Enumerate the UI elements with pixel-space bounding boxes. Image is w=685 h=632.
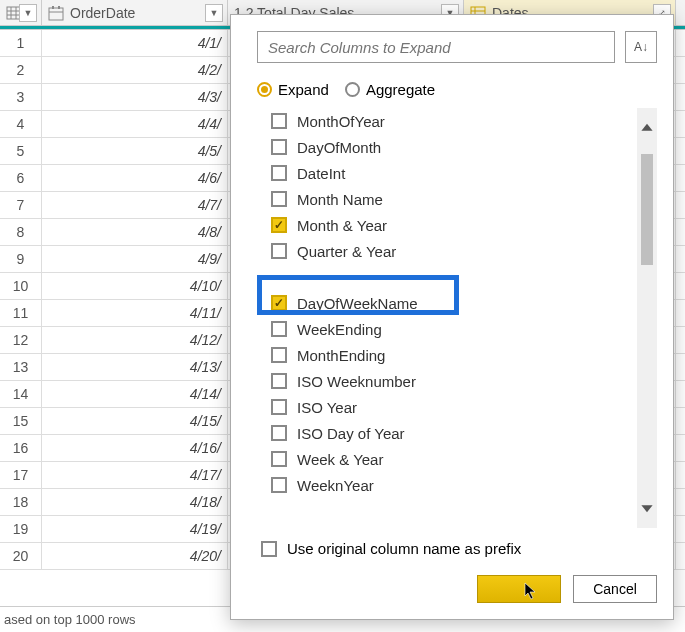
row-number: 13 (0, 354, 42, 380)
row-number: 7 (0, 192, 42, 218)
use-prefix-checkbox[interactable]: Use original column name as prefix (261, 540, 657, 557)
column-option-label: WeekEnding (297, 321, 382, 338)
row-number: 4 (0, 111, 42, 137)
scroll-thumb[interactable] (641, 154, 653, 265)
row-number: 8 (0, 219, 42, 245)
radio-aggregate[interactable]: Aggregate (345, 81, 435, 98)
button-label: Cancel (593, 581, 637, 597)
sort-az-icon: A↓ (634, 40, 648, 54)
column-option-label: DateInt (297, 165, 345, 182)
cell-orderdate[interactable]: 4/16/ (42, 435, 228, 461)
cell-orderdate[interactable]: 4/1/ (42, 30, 228, 56)
cancel-button[interactable]: Cancel (573, 575, 657, 603)
column-option[interactable]: ISO Weeknumber (271, 368, 637, 394)
checkbox-icon (271, 373, 287, 389)
column-option[interactable]: WeekEnding (271, 316, 637, 342)
cell-orderdate[interactable]: 4/11/ (42, 300, 228, 326)
column-option-label: Quarter & Year (297, 243, 396, 260)
cell-orderdate[interactable]: 4/9/ (42, 246, 228, 272)
column-option-label: Month & Year (297, 217, 387, 234)
column-option-label: Month Name (297, 191, 383, 208)
radio-label: Expand (278, 81, 329, 98)
column-option-label: DayOfMonth (297, 139, 381, 156)
column-option[interactable]: DateInt (271, 160, 637, 186)
scroll-down-icon[interactable] (637, 488, 657, 528)
column-option-label: DayOfWeekName (297, 295, 418, 312)
column-option[interactable]: MonthOfYear (271, 108, 637, 134)
column-option[interactable]: WeeknYear (271, 472, 637, 498)
column-label: OrderDate (70, 5, 135, 21)
cell-orderdate[interactable]: 4/3/ (42, 84, 228, 110)
column-option[interactable]: ISO Day of Year (271, 420, 637, 446)
radio-icon (345, 82, 360, 97)
row-number: 20 (0, 543, 42, 569)
chevron-down-icon[interactable]: ▼ (205, 4, 223, 22)
checkbox-icon (271, 477, 287, 493)
column-option[interactable]: Week & Year (271, 446, 637, 472)
cell-orderdate[interactable]: 4/12/ (42, 327, 228, 353)
column-option[interactable]: Quarter & Year (271, 238, 637, 264)
scrollbar[interactable] (637, 108, 657, 528)
checkbox-icon (271, 425, 287, 441)
row-number: 10 (0, 273, 42, 299)
checkbox-icon (271, 399, 287, 415)
column-option[interactable]: ✓DayOfWeekName (271, 290, 637, 316)
status-text: ased on top 1000 rows (4, 612, 136, 627)
cell-orderdate[interactable]: 4/17/ (42, 462, 228, 488)
column-option-label: MonthEnding (297, 347, 385, 364)
chevron-down-icon[interactable]: ▼ (19, 4, 37, 22)
scroll-up-icon[interactable] (637, 108, 657, 148)
column-option-label: Week & Year (297, 451, 383, 468)
search-input[interactable] (257, 31, 615, 63)
cell-orderdate[interactable]: 4/15/ (42, 408, 228, 434)
checkbox-icon (271, 243, 287, 259)
cell-orderdate[interactable]: 4/19/ (42, 516, 228, 542)
cell-orderdate[interactable]: 4/2/ (42, 57, 228, 83)
checkbox-icon (271, 139, 287, 155)
row-number: 19 (0, 516, 42, 542)
cell-orderdate[interactable]: 4/18/ (42, 489, 228, 515)
row-number: 9 (0, 246, 42, 272)
column-option[interactable]: DayOfMonth (271, 134, 637, 160)
column-option[interactable]: Month Name (271, 186, 637, 212)
row-number: 11 (0, 300, 42, 326)
row-number: 14 (0, 381, 42, 407)
row-header-corner[interactable]: ▼ (0, 0, 42, 25)
checkbox-icon (271, 347, 287, 363)
cell-orderdate[interactable]: 4/14/ (42, 381, 228, 407)
cell-orderdate[interactable]: 4/4/ (42, 111, 228, 137)
row-number: 18 (0, 489, 42, 515)
sort-button[interactable]: A↓ (625, 31, 657, 63)
row-number: 16 (0, 435, 42, 461)
radio-icon (257, 82, 272, 97)
prefix-label: Use original column name as prefix (287, 540, 521, 557)
column-option[interactable]: MonthEnding (271, 342, 637, 368)
radio-label: Aggregate (366, 81, 435, 98)
row-number: 6 (0, 165, 42, 191)
checkbox-icon: ✓ (271, 217, 287, 233)
cell-orderdate[interactable]: 4/8/ (42, 219, 228, 245)
svg-rect-8 (58, 6, 60, 9)
column-option-label: ISO Year (297, 399, 357, 416)
row-number: 5 (0, 138, 42, 164)
cell-orderdate[interactable]: 4/10/ (42, 273, 228, 299)
cell-orderdate[interactable]: 4/20/ (42, 543, 228, 569)
checkbox-icon (271, 451, 287, 467)
column-header-orderdate[interactable]: OrderDate ▼ (42, 0, 228, 25)
cell-orderdate[interactable]: 4/6/ (42, 165, 228, 191)
radio-expand[interactable]: Expand (257, 81, 329, 98)
row-number: 12 (0, 327, 42, 353)
svg-rect-7 (52, 6, 54, 9)
column-option-label: WeeknYear (297, 477, 374, 494)
cell-orderdate[interactable]: 4/5/ (42, 138, 228, 164)
svg-rect-5 (49, 8, 63, 20)
row-number: 3 (0, 84, 42, 110)
column-option-label: ISO Day of Year (297, 425, 405, 442)
ok-button[interactable]: OK (477, 575, 561, 603)
column-option[interactable]: ✓Month & Year (271, 212, 637, 238)
cell-orderdate[interactable]: 4/7/ (42, 192, 228, 218)
date-icon (48, 5, 64, 21)
checkbox-icon (271, 321, 287, 337)
column-option[interactable]: ISO Year (271, 394, 637, 420)
cell-orderdate[interactable]: 4/13/ (42, 354, 228, 380)
